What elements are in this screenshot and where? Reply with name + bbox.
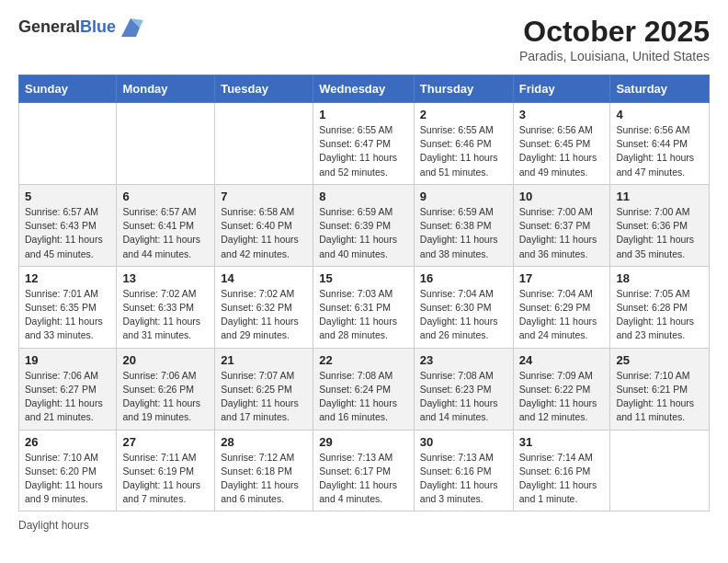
day-info: Sunrise: 7:05 AM Sunset: 6:28 PM Dayligh… [616,287,703,343]
day-number: 7 [221,190,307,203]
day-info: Sunrise: 6:57 AM Sunset: 6:41 PM Dayligh… [122,205,209,261]
day-number: 25 [616,353,703,367]
day-number: 16 [420,271,507,285]
day-info: Sunrise: 7:13 AM Sunset: 6:16 PM Dayligh… [420,451,507,507]
day-info: Sunrise: 7:10 AM Sunset: 6:21 PM Dayligh… [616,369,703,425]
day-number: 29 [319,435,408,449]
day-info: Sunrise: 7:12 AM Sunset: 6:18 PM Dayligh… [221,451,307,507]
day-info: Sunrise: 7:08 AM Sunset: 6:23 PM Dayligh… [420,369,507,425]
day-info: Sunrise: 6:55 AM Sunset: 6:47 PM Dayligh… [319,123,408,179]
calendar-cell: 28Sunrise: 7:12 AM Sunset: 6:18 PM Dayli… [215,430,313,511]
day-info: Sunrise: 7:06 AM Sunset: 6:26 PM Dayligh… [122,369,209,425]
title-block: October 2025 Paradis, Louisiana, United … [519,15,710,63]
calendar-cell: 25Sunrise: 7:10 AM Sunset: 6:21 PM Dayli… [610,348,710,430]
day-info: Sunrise: 6:59 AM Sunset: 6:39 PM Dayligh… [319,205,408,261]
calendar-cell: 26Sunrise: 7:10 AM Sunset: 6:20 PM Dayli… [19,430,117,511]
calendar-day-header: Wednesday [313,75,415,103]
month-title: October 2025 [519,15,710,49]
day-number: 6 [122,190,209,203]
day-info: Sunrise: 7:11 AM Sunset: 6:19 PM Dayligh… [122,451,209,507]
day-info: Sunrise: 7:01 AM Sunset: 6:35 PM Dayligh… [25,287,110,343]
day-info: Sunrise: 6:58 AM Sunset: 6:40 PM Dayligh… [221,205,307,261]
day-info: Sunrise: 6:56 AM Sunset: 6:45 PM Dayligh… [519,123,605,179]
calendar-cell: 8Sunrise: 6:59 AM Sunset: 6:39 PM Daylig… [313,184,415,266]
page: GeneralBlue October 2025 Paradis, Louisi… [0,0,728,563]
day-info: Sunrise: 7:14 AM Sunset: 6:16 PM Dayligh… [519,451,605,507]
calendar-day-header: Monday [117,75,215,103]
calendar-cell: 4Sunrise: 6:56 AM Sunset: 6:44 PM Daylig… [610,103,710,185]
day-info: Sunrise: 7:03 AM Sunset: 6:31 PM Dayligh… [319,287,408,343]
day-number: 14 [221,271,307,285]
calendar-week-row: 19Sunrise: 7:06 AM Sunset: 6:27 PM Dayli… [19,348,710,430]
day-info: Sunrise: 7:02 AM Sunset: 6:33 PM Dayligh… [122,287,209,343]
calendar-cell: 12Sunrise: 7:01 AM Sunset: 6:35 PM Dayli… [19,266,117,348]
calendar-cell: 16Sunrise: 7:04 AM Sunset: 6:30 PM Dayli… [414,266,513,348]
calendar-day-header: Sunday [19,75,117,103]
calendar-cell: 3Sunrise: 6:56 AM Sunset: 6:45 PM Daylig… [513,103,610,185]
day-info: Sunrise: 7:08 AM Sunset: 6:24 PM Dayligh… [319,369,408,425]
calendar-cell [215,103,313,185]
day-info: Sunrise: 6:56 AM Sunset: 6:44 PM Dayligh… [616,123,703,179]
calendar-cell: 30Sunrise: 7:13 AM Sunset: 6:16 PM Dayli… [414,430,513,511]
calendar-table: SundayMondayTuesdayWednesdayThursdayFrid… [18,75,710,511]
calendar-cell: 9Sunrise: 6:59 AM Sunset: 6:38 PM Daylig… [414,184,513,266]
calendar-cell: 13Sunrise: 7:02 AM Sunset: 6:33 PM Dayli… [117,266,215,348]
day-number: 2 [420,108,507,121]
day-info: Sunrise: 6:59 AM Sunset: 6:38 PM Dayligh… [420,205,507,261]
day-info: Sunrise: 7:10 AM Sunset: 6:20 PM Dayligh… [25,451,110,507]
calendar-cell: 29Sunrise: 7:13 AM Sunset: 6:17 PM Dayli… [313,430,415,511]
calendar-cell: 10Sunrise: 7:00 AM Sunset: 6:37 PM Dayli… [513,184,610,266]
calendar-day-header: Thursday [414,75,513,103]
calendar-day-header: Tuesday [215,75,313,103]
calendar-week-row: 12Sunrise: 7:01 AM Sunset: 6:35 PM Dayli… [19,266,710,348]
day-number: 1 [319,108,408,121]
calendar-week-row: 1Sunrise: 6:55 AM Sunset: 6:47 PM Daylig… [19,103,710,185]
subtitle: Paradis, Louisiana, United States [519,49,710,63]
calendar-header-row: SundayMondayTuesdayWednesdayThursdayFrid… [19,75,710,103]
calendar-cell: 22Sunrise: 7:08 AM Sunset: 6:24 PM Dayli… [313,348,415,430]
day-number: 28 [221,435,307,449]
calendar-cell: 31Sunrise: 7:14 AM Sunset: 6:16 PM Dayli… [513,430,610,511]
calendar-week-row: 5Sunrise: 6:57 AM Sunset: 6:43 PM Daylig… [19,184,710,266]
day-number: 9 [420,190,507,203]
calendar-cell: 11Sunrise: 7:00 AM Sunset: 6:36 PM Dayli… [610,184,710,266]
day-info: Sunrise: 7:00 AM Sunset: 6:37 PM Dayligh… [519,205,605,261]
calendar-cell: 21Sunrise: 7:07 AM Sunset: 6:25 PM Dayli… [215,348,313,430]
day-number: 23 [420,353,507,367]
calendar-cell: 6Sunrise: 6:57 AM Sunset: 6:41 PM Daylig… [117,184,215,266]
day-number: 17 [519,271,605,285]
day-number: 5 [25,190,110,203]
calendar-cell [610,430,710,511]
calendar-cell: 19Sunrise: 7:06 AM Sunset: 6:27 PM Dayli… [19,348,117,430]
day-info: Sunrise: 6:55 AM Sunset: 6:46 PM Dayligh… [420,123,507,179]
calendar-cell: 1Sunrise: 6:55 AM Sunset: 6:47 PM Daylig… [313,103,415,185]
day-number: 20 [122,353,209,367]
day-info: Sunrise: 7:06 AM Sunset: 6:27 PM Dayligh… [25,369,110,425]
day-info: Sunrise: 7:04 AM Sunset: 6:29 PM Dayligh… [519,287,605,343]
calendar-cell: 7Sunrise: 6:58 AM Sunset: 6:40 PM Daylig… [215,184,313,266]
footer: Daylight hours [18,519,710,532]
day-number: 8 [319,190,408,203]
day-number: 10 [519,190,605,203]
calendar-cell: 23Sunrise: 7:08 AM Sunset: 6:23 PM Dayli… [414,348,513,430]
calendar-cell: 20Sunrise: 7:06 AM Sunset: 6:26 PM Dayli… [117,348,215,430]
calendar-cell: 17Sunrise: 7:04 AM Sunset: 6:29 PM Dayli… [513,266,610,348]
calendar-cell [19,103,117,185]
header: GeneralBlue October 2025 Paradis, Louisi… [18,15,710,63]
calendar-cell [117,103,215,185]
calendar-day-header: Saturday [610,75,710,103]
day-number: 15 [319,271,408,285]
day-number: 18 [616,271,703,285]
day-number: 11 [616,190,703,203]
day-info: Sunrise: 7:00 AM Sunset: 6:36 PM Dayligh… [616,205,703,261]
calendar-cell: 15Sunrise: 7:03 AM Sunset: 6:31 PM Dayli… [313,266,415,348]
day-info: Sunrise: 7:07 AM Sunset: 6:25 PM Dayligh… [221,369,307,425]
calendar-cell: 27Sunrise: 7:11 AM Sunset: 6:19 PM Dayli… [117,430,215,511]
day-number: 21 [221,353,307,367]
day-info: Sunrise: 6:57 AM Sunset: 6:43 PM Dayligh… [25,205,110,261]
calendar-cell: 5Sunrise: 6:57 AM Sunset: 6:43 PM Daylig… [19,184,117,266]
day-number: 22 [319,353,408,367]
day-info: Sunrise: 7:02 AM Sunset: 6:32 PM Dayligh… [221,287,307,343]
day-number: 4 [616,108,703,121]
logo-icon [118,15,143,40]
